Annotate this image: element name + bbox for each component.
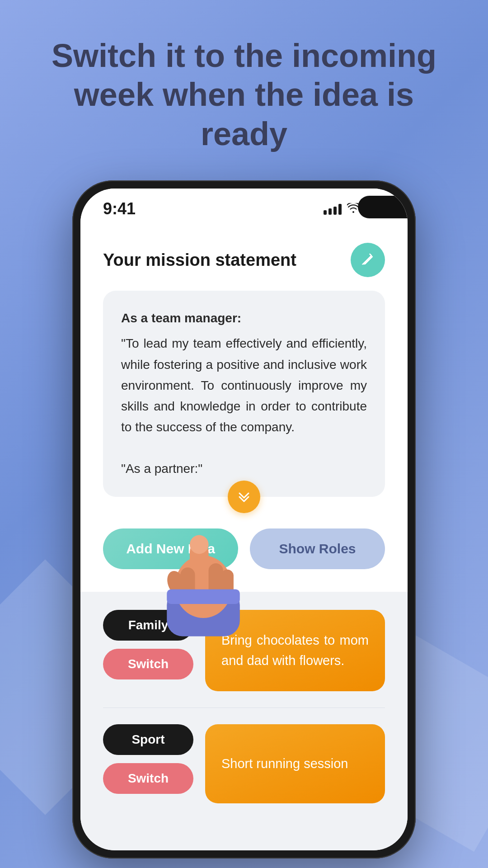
- phone-frame: 9:41: [72, 180, 416, 859]
- idea-card-sport: Short running session: [205, 724, 385, 803]
- edit-button[interactable]: [351, 243, 385, 277]
- idea-row-family: Family Switch Bring chocolates to mom an…: [103, 610, 385, 691]
- headline-line2: week when the idea is ready: [74, 76, 414, 151]
- status-time: 9:41: [103, 199, 136, 218]
- category-tag-sport: Sport: [103, 724, 193, 755]
- top-section: Your mission statement As a team manager…: [80, 225, 408, 592]
- mission-quote: "To lead my team effectively and efficie…: [121, 336, 367, 434]
- mission-partner: "As a partner:": [121, 462, 202, 476]
- mission-role-label: As a team manager:: [121, 308, 367, 329]
- show-roles-button[interactable]: Show Roles: [250, 528, 385, 569]
- mission-text: As a team manager: "To lead my team effe…: [121, 308, 367, 480]
- section-header: Your mission statement: [103, 243, 385, 277]
- phone-screen: 9:41: [80, 189, 408, 850]
- idea-text-sport: Short running session: [221, 754, 348, 774]
- idea-labels-family: Family Switch: [103, 610, 193, 679]
- dynamic-island: [358, 196, 408, 218]
- headline-line1: Switch it to the incoming: [52, 38, 436, 74]
- idea-category-row-sport: Sport Switch Short running session: [103, 724, 385, 803]
- idea-text-family: Bring chocolates to mom and dad with flo…: [221, 630, 369, 671]
- page-title: Your mission statement: [103, 250, 296, 270]
- idea-labels-sport: Sport Switch: [103, 724, 193, 794]
- row-divider: [103, 708, 385, 708]
- idea-category-row-family: Family Switch Bring chocolates to mom an…: [103, 610, 385, 691]
- add-idea-button[interactable]: Add New Idea: [103, 528, 238, 569]
- action-buttons: Add New Idea Show Roles: [103, 528, 385, 569]
- screen-content: Your mission statement As a team manager…: [80, 225, 408, 850]
- idea-card-family: Bring chocolates to mom and dad with flo…: [205, 610, 385, 691]
- edit-icon: [360, 252, 375, 268]
- category-tag-family: Family: [103, 610, 193, 641]
- mission-card: As a team manager: "To lead my team effe…: [103, 291, 385, 497]
- chevron-double-down-icon: [237, 490, 251, 504]
- switch-button-family[interactable]: Switch: [103, 649, 193, 679]
- switch-button-sport[interactable]: Switch: [103, 763, 193, 794]
- expand-button[interactable]: [228, 481, 260, 513]
- idea-row-sport: Sport Switch Short running session: [103, 724, 385, 803]
- bottom-section: Family Switch Bring chocolates to mom an…: [80, 592, 408, 851]
- headline: Switch it to the incoming week when the …: [0, 36, 488, 153]
- signal-bars-icon: [324, 203, 342, 215]
